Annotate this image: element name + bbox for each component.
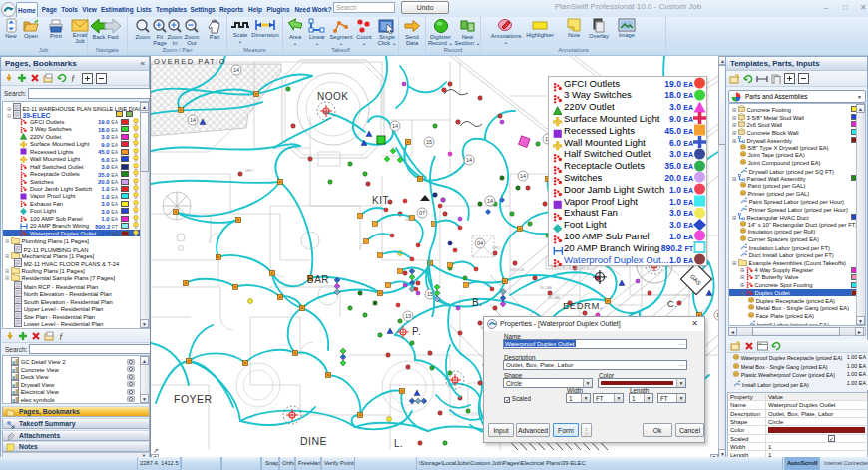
svg-text:P.: P. bbox=[412, 326, 421, 337]
svg-text:IN-CAB: IN-CAB bbox=[540, 286, 553, 290]
svg-text:NOOK: NOOK bbox=[317, 91, 348, 102]
svg-text:14: 14 bbox=[392, 123, 398, 129]
svg-text:13: 13 bbox=[405, 313, 411, 319]
svg-text:BEDRM.: BEDRM. bbox=[563, 300, 603, 311]
svg-text:DINE: DINE bbox=[300, 435, 327, 447]
svg-text:14: 14 bbox=[487, 198, 493, 204]
svg-text:GFCI+48: GFCI+48 bbox=[510, 268, 524, 272]
svg-text:OVERED PATIO: OVERED PATIO bbox=[154, 57, 226, 66]
svg-text:IN-CAB: IN-CAB bbox=[548, 296, 561, 300]
svg-text:L.: L. bbox=[394, 438, 403, 449]
svg-text:KIT.: KIT. bbox=[372, 195, 391, 206]
svg-text:B.: B. bbox=[472, 297, 482, 308]
svg-text:ƒ: ƒ bbox=[71, 73, 76, 83]
svg-text:14: 14 bbox=[190, 117, 196, 123]
svg-text:ƒ: ƒ bbox=[59, 331, 64, 341]
svg-text:04: 04 bbox=[477, 240, 483, 246]
svg-text:14: 14 bbox=[233, 67, 239, 73]
svg-text:GFCI: GFCI bbox=[405, 218, 413, 222]
svg-text:GFCI: GFCI bbox=[245, 169, 253, 173]
svg-text:FOYER: FOYER bbox=[174, 393, 213, 405]
svg-text:07: 07 bbox=[419, 210, 425, 216]
svg-text:GFCI: GFCI bbox=[492, 246, 500, 250]
svg-text:15: 15 bbox=[426, 139, 432, 145]
svg-text:14: 14 bbox=[466, 157, 472, 163]
svg-text:C.: C. bbox=[667, 298, 678, 309]
svg-text:BAR: BAR bbox=[307, 274, 329, 285]
svg-text:14: 14 bbox=[520, 173, 526, 179]
